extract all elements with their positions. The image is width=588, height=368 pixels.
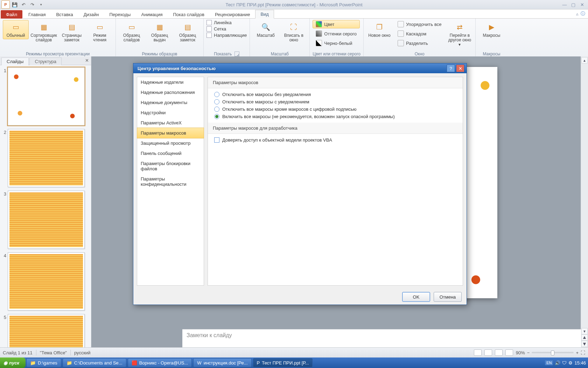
maximize-icon[interactable]: ▢ — [569, 1, 577, 8]
save-icon[interactable]: 💾 — [11, 1, 19, 8]
fit-slide-icon[interactable]: ⛶ — [581, 350, 585, 355]
tray-icon[interactable]: 🔊 — [555, 360, 560, 366]
macro-option-enable-all[interactable]: Включить все макросы (не рекомендуется, … — [214, 114, 456, 119]
macro-option-disable-notify[interactable]: Отключить все макросы с уведомлением — [214, 99, 456, 104]
category-item[interactable]: Параметры ActiveX — [137, 118, 204, 128]
sorter-view-status-button[interactable] — [484, 349, 492, 356]
prev-slide-icon[interactable]: ⯅ — [581, 334, 588, 341]
taskbar-item[interactable]: 🟥Ворникс - Opera@US... — [128, 358, 192, 367]
grayscale-button[interactable]: Оттенки серого — [313, 29, 360, 38]
reading-view-status-button[interactable] — [495, 349, 503, 356]
split-button[interactable]: Разделить — [394, 39, 444, 47]
sorter-view-button[interactable]: ▦Сортировщик слайдов — [31, 20, 57, 44]
macro-option-disable-no-notify[interactable]: Отключить все макросы без уведомления — [214, 92, 456, 97]
category-item[interactable]: Надстройки — [137, 108, 204, 118]
tab-review[interactable]: Рецензирование — [210, 10, 255, 19]
macro-option-disable-except-signed[interactable]: Отключить все макросы кроме макросов с ц… — [214, 107, 456, 112]
tray-icon[interactable]: ⚙ — [568, 360, 573, 366]
ribbon: ▭Обычный ▦Сортировщик слайдов ▤Страницы … — [0, 19, 588, 57]
tab-design[interactable]: Дизайн — [78, 10, 104, 19]
grid-checkbox[interactable]: Сетка — [206, 26, 247, 32]
category-item[interactable]: Надежные расположения — [137, 87, 204, 97]
status-language[interactable]: русский — [74, 350, 91, 355]
category-item[interactable]: Надежные издатели — [137, 77, 204, 87]
category-item[interactable]: Параметры блокировки файлов — [137, 158, 204, 174]
tab-outline[interactable]: Структура — [29, 57, 62, 65]
new-window-button[interactable]: ❐Новое окно — [366, 20, 392, 39]
category-item-selected[interactable]: Параметры макросов — [137, 128, 204, 138]
taskbar-item[interactable]: PТест ПРЕ ПРИ.ppt [Р... — [253, 358, 313, 367]
editor-scrollbar[interactable]: ▲ ▼ ⯅ ⯆ — [581, 56, 588, 348]
notes-pane[interactable]: Заметки к слайду — [182, 329, 581, 348]
macros-button[interactable]: ▶Макросы — [478, 20, 504, 39]
close-icon[interactable]: ✕ — [578, 1, 586, 8]
tab-transitions[interactable]: Переходы — [104, 10, 136, 19]
scroll-up-icon[interactable]: ▲ — [581, 57, 588, 63]
slide-thumbnail[interactable] — [8, 67, 85, 125]
redo-icon[interactable]: ↷ — [28, 1, 36, 8]
help-icon[interactable]: ⓘ — [581, 11, 585, 17]
cascade-button[interactable]: Каскадом — [394, 29, 444, 38]
notes-master-button[interactable]: ▤Образец заметок — [175, 20, 201, 44]
minimize-icon[interactable]: — — [561, 1, 568, 8]
ruler-checkbox[interactable]: Линейка — [206, 20, 247, 25]
zoom-slider[interactable] — [532, 352, 574, 353]
category-item[interactable]: Панель сообщений — [137, 148, 204, 158]
dialog-help-icon[interactable]: ? — [447, 64, 455, 72]
tab-file[interactable]: Файл — [1, 10, 22, 19]
color-button[interactable]: Цвет — [313, 20, 360, 28]
slide-master-button[interactable]: ▭Образец слайдов — [119, 20, 145, 44]
switch-window-button[interactable]: ⇄Перейти в другое окно ▾ — [447, 20, 472, 48]
tab-slides[interactable]: Слайды — [1, 57, 29, 65]
normal-view-button[interactable]: ▭Обычный — [3, 20, 29, 39]
tab-slideshow[interactable]: Показ слайдов — [168, 10, 210, 19]
tab-home[interactable]: Главная — [23, 10, 51, 19]
ribbon-collapse-icon[interactable]: ▵ — [576, 11, 579, 16]
slide-thumbnail[interactable] — [8, 252, 85, 311]
app-icon[interactable]: P — [1, 0, 10, 9]
dialog-close-icon[interactable]: ✕ — [456, 64, 464, 72]
tab-view[interactable]: Вид — [255, 10, 274, 19]
category-item[interactable]: Защищенный просмотр — [137, 138, 204, 148]
reading-view-button[interactable]: ▭Режим чтения — [87, 20, 113, 44]
cancel-button[interactable]: Отмена — [434, 292, 462, 302]
taskbar-item[interactable]: 📁C:\Documents and Se... — [63, 358, 126, 367]
next-slide-icon[interactable]: ⯆ — [581, 341, 588, 347]
radio-icon — [214, 92, 219, 97]
tab-insert[interactable]: Вставка — [51, 10, 78, 19]
slide-thumbnail[interactable] — [8, 129, 85, 187]
slide-thumbnail[interactable] — [8, 191, 85, 249]
scroll-down-icon[interactable]: ▼ — [581, 328, 588, 334]
zoom-in-icon[interactable]: + — [576, 350, 579, 355]
start-button[interactable]: ◉пуск — [0, 357, 26, 368]
clock[interactable]: 15:46 — [574, 360, 586, 366]
tray-icon[interactable]: 🛡 — [562, 360, 567, 366]
notes-page-button[interactable]: ▤Страницы заметок — [59, 20, 85, 44]
guides-checkbox[interactable]: Направляющие — [206, 33, 247, 38]
blackwhite-button[interactable]: Черно-белый — [313, 39, 360, 47]
category-item[interactable]: Надежные документы — [137, 97, 204, 108]
ok-button[interactable]: OK — [402, 292, 430, 302]
switch-window-icon: ⇄ — [454, 21, 465, 33]
dialog-launcher-icon[interactable] — [234, 52, 239, 56]
arrange-all-button[interactable]: Упорядочить все — [394, 20, 444, 28]
zoom-out-icon[interactable]: − — [527, 350, 530, 355]
trust-vba-checkbox[interactable]: Доверять доступ к объектной модели проек… — [214, 137, 456, 143]
language-indicator[interactable]: EN — [545, 360, 553, 365]
qat-dropdown-icon[interactable]: ▾ — [37, 1, 45, 8]
window-titlebar: P 💾 ↶ ↷ ▾ Тест ПРЕ ПРИ.ppt [Режим совмес… — [0, 0, 588, 9]
fit-window-button[interactable]: ⛶Вписать в окно — [281, 20, 307, 44]
quick-access-toolbar: P 💾 ↶ ↷ ▾ — [0, 0, 45, 9]
zoom-button[interactable]: 🔍Масштаб — [253, 20, 279, 39]
tab-animations[interactable]: Анимация — [136, 10, 168, 19]
slideshow-status-button[interactable] — [505, 349, 513, 356]
category-item[interactable]: Параметры конфиденциальности — [137, 174, 204, 189]
slide-thumbnail[interactable] — [8, 314, 85, 348]
panel-close-icon[interactable]: ✕ — [85, 58, 89, 63]
undo-icon[interactable]: ↶ — [20, 1, 27, 8]
handout-master-button[interactable]: ▦Образец выдач — [147, 20, 173, 44]
normal-view-status-button[interactable] — [474, 349, 482, 356]
thumbnail-list[interactable]: 1 2 3 4 5 — [0, 65, 91, 348]
taskbar-item[interactable]: 📁D:\games — [26, 358, 61, 367]
taskbar-item[interactable]: Wинструкция.doc [Ре... — [193, 358, 251, 367]
